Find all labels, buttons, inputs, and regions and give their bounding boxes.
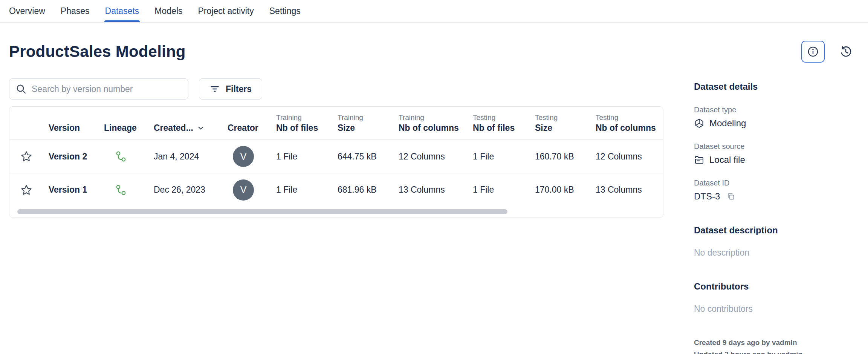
search-input[interactable] — [32, 84, 182, 94]
column-group-training: Training — [276, 113, 338, 122]
testing-columns: 13 Columns — [596, 185, 642, 195]
lineage-icon[interactable] — [115, 184, 154, 196]
contributors-empty: No contributors — [694, 304, 856, 314]
tab-datasets[interactable]: Datasets — [105, 0, 139, 22]
sort-chevron-icon — [197, 124, 205, 132]
training-size: 681.96 kB — [338, 185, 377, 195]
created-date: Dec 26, 2023 — [154, 185, 205, 195]
tab-phases[interactable]: Phases — [61, 0, 90, 22]
page-header: ProductSales Modeling — [9, 41, 856, 63]
dataset-details-panel: Dataset details Dataset type Modeling Da… — [694, 78, 856, 354]
column-header-training-columns[interactable]: Nb of columns — [399, 123, 473, 133]
dataset-description-empty: No description — [694, 248, 856, 258]
testing-files: 1 File — [473, 152, 494, 161]
dataset-source-value: Local file — [709, 155, 745, 165]
dataset-info-button[interactable] — [801, 41, 825, 63]
table-header-row: Version Lineage Created... — [9, 107, 663, 140]
column-group-training: Training — [399, 113, 473, 122]
column-header-testing-files[interactable]: Nb of files — [473, 123, 535, 133]
version-link[interactable]: Version 1 — [49, 185, 87, 195]
contributors-title: Contributors — [694, 281, 856, 292]
updated-note: Updated 2 hours ago by vadmin — [694, 348, 856, 354]
versions-table: Version Lineage Created... — [9, 106, 663, 218]
training-files: 1 File — [276, 152, 297, 161]
testing-files: 1 File — [473, 185, 494, 195]
filters-button-label: Filters — [226, 84, 252, 94]
header-actions — [801, 41, 856, 63]
version-toolbar: Filters — [9, 78, 663, 100]
filter-icon — [209, 84, 220, 94]
lineage-icon[interactable] — [115, 150, 154, 162]
page-title: ProductSales Modeling — [9, 43, 186, 61]
history-icon — [839, 45, 853, 58]
dataset-id-value: DTS-3 — [694, 191, 720, 202]
column-group-testing: Testing — [596, 113, 664, 122]
dataset-source-label: Dataset source — [694, 142, 856, 151]
tab-models[interactable]: Models — [154, 0, 182, 22]
version-search-box — [9, 78, 188, 100]
favorite-star-icon[interactable] — [20, 184, 49, 196]
copy-icon[interactable] — [726, 192, 735, 201]
tab-settings[interactable]: Settings — [269, 0, 301, 22]
creator-avatar: V — [233, 179, 254, 201]
table-row[interactable]: Version 2 Jan 4, 2024 V — [9, 140, 663, 173]
training-files: 1 File — [276, 185, 297, 195]
column-header-lineage[interactable]: Lineage — [104, 123, 154, 133]
training-columns: 13 Columns — [399, 185, 445, 195]
favorite-column-header — [9, 107, 49, 139]
favorite-star-icon[interactable] — [20, 150, 49, 163]
tab-overview[interactable]: Overview — [9, 0, 45, 22]
column-group-testing: Testing — [535, 113, 596, 122]
creator-avatar: V — [233, 146, 254, 167]
testing-size: 170.00 kB — [535, 185, 574, 195]
created-note: Created 9 days ago by vadmin — [694, 337, 856, 348]
dataset-type-value: Modeling — [709, 118, 746, 129]
dataset-meta-notes: Created 9 days ago by vadmin Updated 2 h… — [694, 337, 856, 354]
filters-button[interactable]: Filters — [199, 78, 262, 100]
dataset-type-label: Dataset type — [694, 106, 856, 114]
dataset-description-title: Dataset description — [694, 225, 856, 236]
training-size: 644.75 kB — [338, 152, 377, 161]
training-columns: 12 Columns — [399, 152, 445, 161]
search-icon — [15, 83, 27, 95]
testing-size: 160.70 kB — [535, 152, 574, 161]
column-header-training-files[interactable]: Nb of files — [276, 123, 338, 133]
column-header-version[interactable]: Version — [49, 123, 104, 133]
column-group-testing: Testing — [473, 113, 535, 122]
details-panel-title: Dataset details — [694, 81, 856, 92]
dataset-type-icon — [694, 118, 704, 129]
column-header-testing-size[interactable]: Size — [535, 123, 596, 133]
table-row[interactable]: Version 1 Dec 26, 2023 V — [9, 173, 663, 206]
column-group-training: Training — [338, 113, 399, 122]
dataset-id-label: Dataset ID — [694, 179, 856, 187]
version-link[interactable]: Version 2 — [49, 152, 87, 161]
info-icon — [807, 46, 819, 58]
horizontal-scrollbar[interactable] — [17, 209, 507, 214]
tab-project-activity[interactable]: Project activity — [198, 0, 254, 22]
column-header-creator[interactable]: Creator — [228, 123, 276, 133]
created-date: Jan 4, 2024 — [154, 152, 199, 161]
column-header-training-size[interactable]: Size — [338, 123, 399, 133]
dataset-source-icon — [694, 155, 704, 165]
column-header-testing-columns[interactable]: Nb of columns — [596, 123, 664, 133]
column-header-created[interactable]: Created... — [154, 123, 228, 133]
version-history-button[interactable] — [836, 42, 856, 61]
project-nav: Overview Phases Datasets Models Project … — [0, 0, 868, 23]
testing-columns: 12 Columns — [596, 152, 642, 161]
